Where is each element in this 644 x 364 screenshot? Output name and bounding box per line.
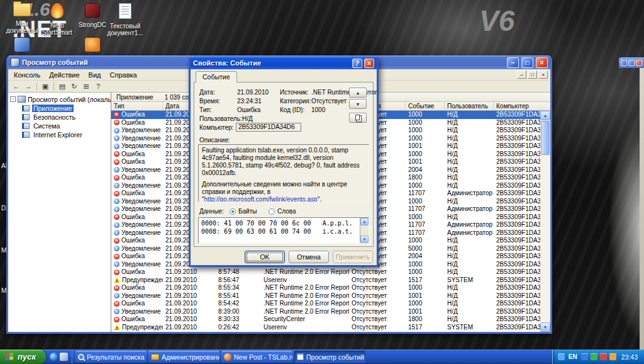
background-window-minimize-button[interactable] bbox=[621, 60, 627, 66]
tray-icon-5[interactable] bbox=[609, 353, 616, 360]
taskbar-button-label: Просмотр событий bbox=[306, 353, 364, 361]
event-row[interactable]: Предупреждение 21.09.2010 8:56:47 Useren… bbox=[111, 276, 540, 285]
tree-item-0[interactable]: Приложение bbox=[8, 104, 111, 113]
quicklaunch-show-desktop-icon[interactable] bbox=[60, 353, 68, 361]
list-scrollbar[interactable]: ▲ ▼ bbox=[540, 111, 550, 332]
column-header-6[interactable]: Пользователь bbox=[445, 102, 494, 111]
scroll-up-icon[interactable]: ▲ bbox=[540, 111, 550, 120]
menu-item-1[interactable]: Действие bbox=[45, 71, 84, 79]
events-link[interactable]: http://go.microsoft.com/fwlink/events.as… bbox=[204, 196, 318, 202]
type-label: Тип: bbox=[199, 106, 211, 113]
event-row[interactable]: Ошибка 21.09.2010 8:55:34 .NET Runtime 2… bbox=[111, 284, 540, 292]
tray-icon-4[interactable] bbox=[600, 353, 607, 360]
warn-icon bbox=[114, 324, 120, 330]
bytes-radio-label: Байты bbox=[238, 208, 257, 215]
date-value: 21.09.2010 bbox=[237, 89, 269, 96]
next-event-button[interactable]: ▼ bbox=[349, 99, 367, 109]
column-header-5[interactable]: Событие bbox=[406, 102, 445, 111]
words-radio[interactable] bbox=[269, 208, 275, 215]
menu-item-0[interactable]: Консоль bbox=[9, 71, 45, 79]
result-pane-node-name: Приложение bbox=[116, 94, 153, 101]
windows-flag-icon bbox=[5, 353, 9, 357]
error-icon bbox=[114, 301, 119, 307]
tree-root[interactable]: - Просмотр событий (локальных) bbox=[8, 94, 111, 104]
taskbar-button-2[interactable]: New Post - TSLab.ru ... bbox=[221, 351, 292, 363]
dialog-titlebar[interactable]: Свойства: Событие ? × bbox=[191, 57, 377, 69]
back-icon[interactable]: ← bbox=[11, 81, 22, 91]
info-icon bbox=[114, 222, 119, 228]
background-window-maximize-button[interactable] bbox=[628, 60, 635, 66]
computer-label: Компьютер: bbox=[199, 124, 234, 131]
refresh-icon[interactable]: ↻ bbox=[69, 81, 80, 91]
scroll-down-icon[interactable]: ▼ bbox=[540, 322, 550, 332]
event-row[interactable]: Уведомление 21.09.2010 8:55:41 .NET Runt… bbox=[111, 292, 540, 300]
minimize-button[interactable]: – bbox=[507, 57, 519, 68]
tree-item-3[interactable]: Internet Explorer bbox=[8, 130, 111, 139]
log-book-icon bbox=[22, 105, 30, 111]
copy-event-button[interactable] bbox=[349, 113, 367, 123]
dialog-help-button[interactable]: ? bbox=[352, 59, 362, 68]
cancel-button[interactable]: Отмена bbox=[289, 251, 329, 263]
quicklaunch-browser-icon[interactable] bbox=[50, 353, 58, 361]
tray-icon-2[interactable] bbox=[581, 353, 588, 360]
previous-event-button[interactable]: ▲ bbox=[349, 88, 367, 98]
time-label: Время: bbox=[199, 98, 220, 105]
export-list-icon[interactable]: ⊞ bbox=[80, 81, 92, 91]
console-minimize-button[interactable]: – bbox=[517, 71, 526, 79]
ok-button[interactable]: OK bbox=[245, 251, 285, 263]
dialog-close-button[interactable]: × bbox=[364, 59, 374, 68]
event-row[interactable]: Предупреждение 21.09.2010 0:26:42 Useren… bbox=[111, 324, 540, 332]
taskbar-button-1[interactable]: Администрирование bbox=[148, 351, 219, 363]
properties-icon[interactable]: ▤ bbox=[57, 81, 68, 91]
data-scrollbar[interactable]: ▲ ▼ bbox=[360, 218, 369, 243]
info-icon bbox=[114, 309, 119, 314]
event-data-box: 0000: 41 00 70 00 70 00 6c 00 A.p.p.l.00… bbox=[198, 217, 369, 244]
show-tree-icon[interactable]: ▣ bbox=[40, 81, 51, 91]
error-icon bbox=[114, 317, 119, 322]
apply-button[interactable]: Применить bbox=[333, 251, 373, 263]
taskbar-button-0[interactable]: Результаты поиска bbox=[75, 351, 147, 363]
tree-item-2[interactable]: Система bbox=[8, 122, 111, 130]
close-button[interactable]: × bbox=[536, 57, 548, 68]
maximize-button[interactable]: □ bbox=[521, 57, 533, 68]
event-row[interactable]: Ошибка 21.09.2010 8:57:48 .NET Runtime 2… bbox=[111, 268, 540, 276]
language-indicator[interactable]: EN bbox=[567, 353, 579, 360]
error-icon bbox=[114, 214, 119, 220]
type-value: Ошибка bbox=[237, 106, 260, 113]
console-tree: - Просмотр событий (локальных) Приложени… bbox=[8, 93, 111, 332]
column-header-0[interactable]: Тип bbox=[111, 102, 163, 111]
menu-item-2[interactable]: Вид bbox=[84, 71, 106, 79]
help-icon[interactable]: ? bbox=[92, 81, 104, 91]
events-icon bbox=[297, 353, 304, 360]
tray-icon-3[interactable] bbox=[591, 353, 597, 360]
console-restore-button[interactable]: □ bbox=[528, 71, 537, 79]
taskbar-button-3[interactable]: Просмотр событий bbox=[294, 351, 365, 363]
taskbar-button-label: Результаты поиска bbox=[87, 353, 145, 361]
background-window-close-button[interactable] bbox=[636, 60, 642, 66]
dialog-title: Свойства: Событие bbox=[193, 59, 350, 67]
collapse-icon[interactable]: - bbox=[10, 96, 16, 102]
time-value: 23:24:31 bbox=[237, 98, 262, 105]
scrollbar-thumb[interactable] bbox=[541, 121, 550, 155]
console-close-button[interactable]: × bbox=[538, 71, 548, 79]
tree-item-1[interactable]: Безопасность bbox=[8, 113, 111, 122]
tray-icon-1[interactable] bbox=[558, 353, 565, 360]
menu-item-3[interactable]: Справка bbox=[106, 71, 142, 79]
log-book-icon bbox=[22, 132, 30, 138]
tab-event[interactable]: Событие bbox=[196, 71, 237, 82]
start-label: пуск bbox=[18, 352, 36, 361]
info-icon bbox=[114, 128, 119, 134]
data-scroll-down-icon[interactable]: ▼ bbox=[360, 236, 369, 243]
error-icon bbox=[114, 254, 119, 259]
bytes-radio[interactable] bbox=[230, 208, 236, 215]
error-icon bbox=[114, 191, 119, 196]
description-label: Описание: bbox=[199, 137, 230, 144]
error-icon bbox=[114, 159, 119, 165]
column-header-7[interactable]: Компьютер bbox=[494, 102, 550, 111]
event-row[interactable]: Уведомление 21.09.2010 8:39:00 .NET Runt… bbox=[111, 308, 540, 316]
forward-icon[interactable]: → bbox=[23, 81, 34, 91]
event-row[interactable]: Ошибка 21.09.2010 8:30:33 SecurityCenter… bbox=[111, 316, 540, 324]
start-button[interactable]: пуск bbox=[0, 350, 46, 364]
data-scroll-up-icon[interactable]: ▲ bbox=[360, 218, 369, 225]
event-row[interactable]: Ошибка 21.09.2010 8:54:42 .NET Runtime 2… bbox=[111, 300, 540, 308]
